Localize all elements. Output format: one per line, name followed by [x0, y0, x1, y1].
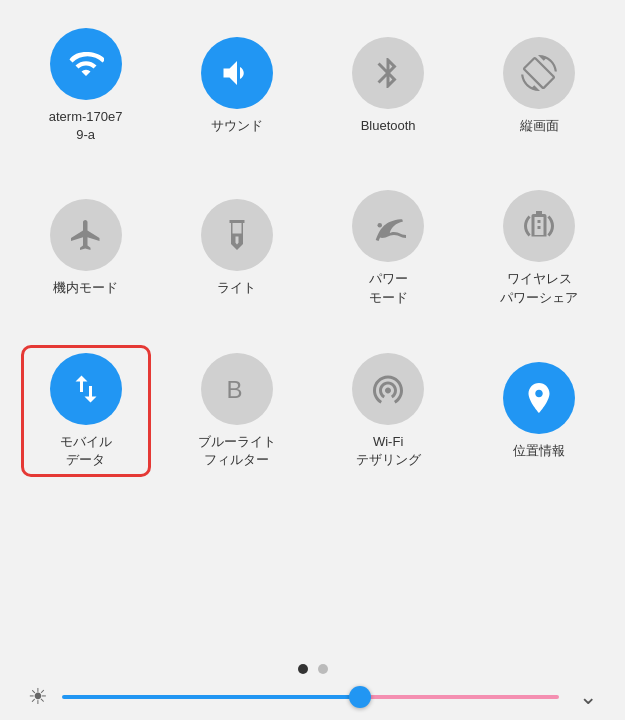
- tile-row-1: aterm-170e79-a サウンド Bluetooth: [10, 20, 615, 152]
- location-label: 位置情報: [513, 442, 565, 460]
- sound-label: サウンド: [211, 117, 263, 135]
- bluetooth-label: Bluetooth: [361, 117, 416, 135]
- chevron-down-icon[interactable]: ⌄: [579, 684, 597, 710]
- wifi-tethering-label: Wi-Fiテザリング: [356, 433, 421, 469]
- tile-bluetooth[interactable]: Bluetooth: [323, 29, 453, 143]
- sound-icon-bg: [201, 37, 273, 109]
- location-icon: [521, 380, 557, 416]
- wifi-icon: [68, 46, 104, 82]
- powermode-label: パワーモード: [369, 270, 408, 306]
- tile-row-2: 機内モード ライト パワーモード: [10, 182, 615, 314]
- pagination-dots: [10, 664, 615, 674]
- rotation-icon-bg: [503, 37, 575, 109]
- brightness-slider-thumb[interactable]: [349, 686, 371, 708]
- airplane-label: 機内モード: [53, 279, 118, 297]
- flashlight-label: ライト: [217, 279, 256, 297]
- bluetooth-icon: [370, 55, 406, 91]
- tile-powermode[interactable]: パワーモード: [323, 182, 453, 314]
- brightness-slider-track[interactable]: [62, 695, 559, 699]
- rotation-label: 縦画面: [520, 117, 559, 135]
- bluelight-label: ブルーライトフィルター: [198, 433, 276, 469]
- tile-mobile-data[interactable]: モバイルデータ: [21, 345, 151, 477]
- tile-row-3: モバイルデータ B ブルーライトフィルター Wi-Fiテザリング: [10, 345, 615, 477]
- wireless-share-icon: [521, 208, 557, 244]
- mobile-data-icon-bg: [50, 353, 122, 425]
- airplane-icon: [68, 217, 104, 253]
- tile-sound[interactable]: サウンド: [172, 29, 302, 143]
- powermode-icon-bg: [352, 190, 424, 262]
- airplane-icon-bg: [50, 199, 122, 271]
- pagination-dot-1[interactable]: [298, 664, 308, 674]
- svg-point-0: [378, 223, 383, 228]
- tile-bluelight[interactable]: B ブルーライトフィルター: [172, 345, 302, 477]
- mobile-data-label: モバイルデータ: [60, 433, 112, 469]
- bluelight-icon: B: [219, 371, 255, 407]
- location-icon-bg: [503, 362, 575, 434]
- tile-wifi-tethering[interactable]: Wi-Fiテザリング: [323, 345, 453, 477]
- pagination-dot-2[interactable]: [318, 664, 328, 674]
- wifi-label: aterm-170e79-a: [49, 108, 123, 144]
- wifi-tethering-icon-bg: [352, 353, 424, 425]
- flashlight-icon: [219, 217, 255, 253]
- tile-wifi[interactable]: aterm-170e79-a: [21, 20, 151, 152]
- tile-flashlight[interactable]: ライト: [172, 191, 302, 305]
- brightness-icon: ☀: [28, 684, 48, 710]
- quick-settings-panel: aterm-170e79-a サウンド Bluetooth: [0, 0, 625, 720]
- svg-text:B: B: [226, 376, 242, 403]
- bluelight-icon-bg: B: [201, 353, 273, 425]
- tile-wireless-share[interactable]: ワイヤレスパワーシェア: [474, 182, 604, 314]
- flashlight-icon-bg: [201, 199, 273, 271]
- tile-rotation[interactable]: 縦画面: [474, 29, 604, 143]
- brightness-row: ☀ ⌄: [10, 684, 615, 710]
- wireless-share-label: ワイヤレスパワーシェア: [500, 270, 578, 306]
- bluetooth-icon-bg: [352, 37, 424, 109]
- wifi-icon-bg: [50, 28, 122, 100]
- wifi-tethering-icon: [370, 371, 406, 407]
- wireless-share-icon-bg: [503, 190, 575, 262]
- mobile-data-icon: [68, 371, 104, 407]
- rotation-icon: [521, 55, 557, 91]
- tile-location[interactable]: 位置情報: [474, 354, 604, 468]
- tile-airplane[interactable]: 機内モード: [21, 191, 151, 305]
- powermode-icon: [370, 208, 406, 244]
- sound-icon: [219, 55, 255, 91]
